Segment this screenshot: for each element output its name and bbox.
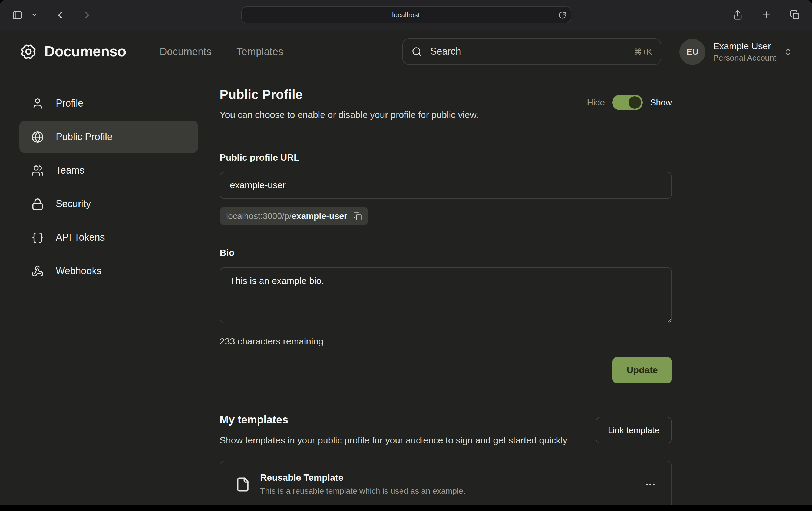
- address-bar[interactable]: localhost: [241, 6, 571, 23]
- avatar: EU: [680, 39, 706, 65]
- toolbar-chevron-down-icon[interactable]: [29, 10, 39, 20]
- search-shortcut-badge: ⌘+K: [634, 47, 652, 57]
- sidebar-item-label: Webhooks: [56, 265, 102, 277]
- page-title: Public Profile: [220, 87, 478, 102]
- public-url-prefix: localhost:3000/p/: [226, 211, 292, 221]
- sidebar-toggle-icon[interactable]: [10, 7, 25, 23]
- sidebar-item-public-profile[interactable]: Public Profile: [20, 121, 198, 153]
- sidebar-item-label: Security: [56, 198, 91, 210]
- braces-icon: [31, 231, 44, 244]
- globe-icon: [31, 130, 44, 143]
- content: Profile Public Profile Teams Security AP…: [0, 74, 812, 505]
- public-url-badge: localhost:3000/p/example-user: [220, 207, 369, 225]
- nav-documents[interactable]: Documents: [160, 46, 211, 58]
- sidebar-item-label: Teams: [56, 164, 84, 176]
- lock-icon: [31, 198, 44, 210]
- sidebar-item-teams[interactable]: Teams: [20, 154, 198, 186]
- profile-url-label: Public profile URL: [220, 152, 672, 163]
- sidebar-item-api-tokens[interactable]: API Tokens: [20, 221, 198, 253]
- new-tab-icon[interactable]: [759, 7, 774, 22]
- visibility-toggle-group: Hide Show: [587, 95, 672, 110]
- sidebar-item-label: Public Profile: [56, 131, 113, 143]
- sidebar-item-profile[interactable]: Profile: [20, 87, 198, 120]
- main-nav: Documents Templates: [160, 46, 283, 58]
- brand-name: Documenso: [45, 43, 126, 60]
- profile-url-input[interactable]: [220, 172, 672, 199]
- update-button[interactable]: Update: [613, 357, 672, 383]
- public-profile-panel: Public Profile You can choose to enable …: [220, 87, 672, 505]
- bio-label: Bio: [220, 248, 672, 259]
- sidebar-item-webhooks[interactable]: Webhooks: [20, 255, 198, 287]
- tab-overview-icon[interactable]: [788, 7, 802, 22]
- search-icon: [412, 47, 422, 57]
- my-templates-subtitle: Show templates in your public profile fo…: [220, 434, 567, 448]
- characters-remaining: 233 characters remaining: [220, 336, 672, 347]
- address-bar-url: localhost: [392, 11, 420, 19]
- user-name: Example User: [713, 40, 777, 52]
- sidebar-item-security[interactable]: Security: [20, 188, 198, 220]
- bio-textarea[interactable]: This is an example bio.: [220, 267, 672, 323]
- users-icon: [31, 164, 44, 177]
- hide-label: Hide: [587, 98, 605, 107]
- template-menu-ellipsis-icon[interactable]: [641, 475, 660, 494]
- chevrons-up-down-icon: [784, 47, 792, 56]
- user-account-type: Personal Account: [713, 53, 777, 63]
- browser-window: localhost: [0, 0, 812, 505]
- documenso-logo[interactable]: Documenso: [20, 43, 126, 61]
- my-templates-title: My templates: [220, 414, 567, 426]
- link-template-button[interactable]: Link template: [596, 417, 672, 443]
- page-subtitle: You can choose to enable or disable your…: [220, 110, 478, 121]
- settings-sidebar: Profile Public Profile Teams Security AP…: [20, 87, 198, 287]
- nav-templates[interactable]: Templates: [236, 46, 283, 58]
- toggle-thumb: [629, 96, 641, 109]
- global-search[interactable]: ⌘+K: [403, 38, 661, 65]
- copy-icon[interactable]: [353, 212, 362, 220]
- browser-toolbar: localhost: [0, 0, 812, 30]
- public-url-slug: example-user: [292, 211, 347, 221]
- show-label: Show: [650, 98, 672, 107]
- divider: [220, 133, 672, 134]
- file-icon: [235, 477, 251, 492]
- webhook-icon: [31, 265, 44, 277]
- documenso-logo-icon: [20, 43, 37, 61]
- refresh-icon[interactable]: [557, 10, 567, 20]
- user-menu[interactable]: EU Example User Personal Account: [680, 39, 793, 65]
- template-card: Reusable Template This is a reusable tem…: [220, 461, 672, 505]
- user-icon: [31, 97, 44, 110]
- share-icon[interactable]: [730, 7, 745, 22]
- template-name: Reusable Template: [260, 472, 465, 485]
- app-header: Documenso Documents Templates ⌘+K EU Exa…: [0, 30, 812, 74]
- profile-visibility-toggle[interactable]: [612, 95, 643, 110]
- forward-icon[interactable]: [80, 7, 95, 23]
- back-icon[interactable]: [53, 7, 68, 23]
- template-description: This is a reusable template which is use…: [260, 486, 465, 497]
- search-input[interactable]: [429, 46, 627, 58]
- sidebar-item-label: API Tokens: [56, 232, 105, 243]
- sidebar-item-label: Profile: [56, 98, 83, 109]
